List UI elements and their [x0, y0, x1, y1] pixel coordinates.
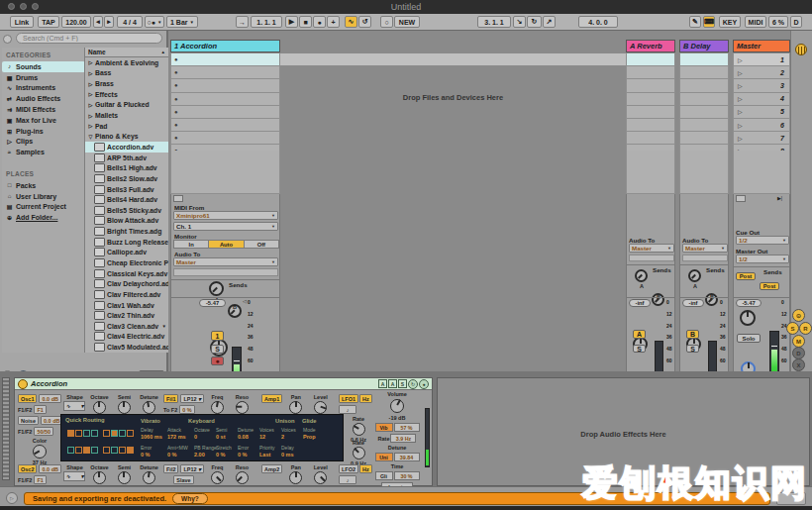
volume-field[interactable]: -5.47 — [199, 299, 226, 307]
level-knob[interactable] — [314, 471, 327, 484]
nudge-down-button[interactable]: ◂ — [93, 16, 103, 28]
computer-midi-keyboard-button[interactable]: ⌨ — [703, 16, 715, 28]
browser-list-item[interactable]: Bells2 Slow.adv — [85, 173, 168, 184]
folder-triangle-icon[interactable]: ▷ — [87, 123, 94, 129]
reso-knob[interactable] — [236, 471, 249, 484]
master-out-select[interactable]: 1/2▼ — [736, 255, 789, 263]
clip-slot[interactable] — [679, 119, 729, 132]
folder-triangle-icon[interactable]: ▷ — [87, 91, 94, 97]
time-signature-field[interactable]: 4 / 4 — [117, 16, 143, 28]
volume-field[interactable]: -inf — [629, 299, 651, 307]
octave-knob[interactable] — [93, 401, 106, 414]
track-header-accordion[interactable]: 1 Accordion — [170, 40, 280, 52]
track-activator-button[interactable]: A — [633, 330, 646, 339]
volume-field[interactable]: -inf — [682, 299, 704, 307]
clip-slot[interactable] — [626, 66, 675, 79]
send-a-knob[interactable] — [688, 269, 701, 282]
audio-to-select[interactable]: Master▼ — [682, 244, 728, 253]
device-activator-icon[interactable] — [18, 379, 28, 389]
output-sub-chooser[interactable] — [682, 255, 728, 261]
browser-list-item[interactable]: Clav5 Modulated.adv — [85, 342, 168, 353]
scroll-down-icon[interactable]: ▼ — [162, 324, 166, 329]
display-param[interactable]: Stretch 0 % — [216, 445, 238, 458]
browser-list-item[interactable]: ARP 5th.adv — [85, 153, 168, 163]
sidebar-category-item[interactable]: ♪ Sounds — [2, 61, 85, 72]
device-title-bar[interactable]: Accordion A A S ↻ ● — [15, 378, 432, 390]
send-a-knob[interactable] — [209, 281, 224, 296]
freq-knob[interactable] — [211, 401, 224, 414]
search-input[interactable] — [16, 33, 162, 44]
clip-slot[interactable]: ● — [170, 106, 280, 119]
to-f2-field[interactable]: 0 % — [179, 405, 194, 414]
clip-slot[interactable] — [626, 119, 675, 132]
new-button[interactable]: NEW — [394, 16, 420, 28]
scene-play-icon[interactable]: ▷ — [738, 56, 743, 63]
folder-triangle-icon[interactable]: ▷ — [87, 102, 94, 108]
track-activator-button[interactable]: B — [686, 330, 699, 339]
display-param[interactable]: Error 0 % — [141, 445, 167, 458]
clip-slot[interactable]: ● — [170, 132, 280, 145]
browser-list-item[interactable]: Bells5 Sticky.adv — [85, 205, 168, 216]
browser-list-item[interactable]: Clav4 Electric.adv — [85, 332, 168, 343]
mixer-section-toggle[interactable]: R — [799, 322, 812, 335]
browser-list-item[interactable]: ▷ Pad — [85, 121, 168, 132]
metronome-button[interactable]: ○●▼ — [145, 16, 164, 28]
lfo1-hz-button[interactable]: Hz — [359, 394, 372, 403]
browser-list-item[interactable]: ▷ Guitar & Plucked — [85, 100, 168, 111]
record-button[interactable]: ● — [313, 16, 326, 28]
name-column-header[interactable]: Name ▲ — [85, 48, 168, 57]
nudge-up-button[interactable]: ▸ — [104, 16, 114, 28]
reso-knob[interactable] — [236, 401, 249, 414]
clip-slot[interactable]: ● — [170, 66, 280, 79]
fil1-type-select[interactable]: LP12 ▾ — [180, 394, 203, 403]
detune-knob[interactable] — [143, 471, 155, 484]
sidebar-category-item[interactable]: ⊞ Plug-ins — [2, 126, 85, 137]
scene-row[interactable]: ▷ 4 — [733, 93, 790, 106]
monitor-auto-button[interactable]: Auto — [208, 240, 244, 249]
osc2-toggle[interactable]: Osc2 — [18, 464, 37, 473]
loop-button[interactable]: ↻ — [527, 16, 542, 28]
sidebar-category-item[interactable]: ∿ Instruments — [2, 83, 85, 94]
scene-row[interactable]: ▷ 1 — [733, 53, 790, 66]
link-button[interactable]: Link — [10, 16, 34, 28]
browser-list-item[interactable]: ▷ Ambient & Evolving — [85, 57, 168, 68]
stop-all-clips-area[interactable] — [736, 195, 746, 202]
clip-slot[interactable]: ● — [170, 93, 280, 106]
clip-slot[interactable] — [626, 106, 675, 119]
display-param[interactable]: PB Range 2.00 — [194, 445, 216, 458]
detune-knob[interactable] — [143, 401, 155, 414]
shape-select[interactable]: ∿▾ — [63, 471, 85, 481]
semi-knob[interactable] — [118, 401, 131, 414]
vibrato-rate-field[interactable]: 3.9 Hz — [390, 434, 416, 443]
clip-stop-icon[interactable]: ● — [174, 56, 178, 62]
browser-list-item[interactable]: Classical Keys.adv — [85, 268, 168, 279]
clip-stop-icon[interactable]: ● — [174, 82, 178, 88]
output-sub-chooser[interactable] — [173, 268, 278, 276]
clip-slot[interactable] — [626, 132, 675, 145]
scene-play-icon[interactable]: ▷ — [738, 69, 743, 76]
why-button[interactable]: Why? — [172, 493, 208, 504]
browser-list-item[interactable]: Clav3 Clean.adv — [85, 321, 168, 332]
sidebar-category-item[interactable]: ≈ Samples — [2, 147, 85, 157]
display-param[interactable]: Delay 0 ms — [281, 445, 303, 458]
save-preset-icon[interactable]: ● — [419, 379, 429, 389]
solo-button[interactable]: S — [686, 345, 699, 353]
pan-knob[interactable] — [289, 401, 302, 414]
browser-list-item[interactable]: Clav1 Wah.adv — [85, 300, 168, 311]
tempo-field[interactable]: 120.00 — [61, 16, 91, 28]
scene-play-icon[interactable]: ▷ — [738, 95, 743, 102]
folder-triangle-icon[interactable]: ▽ — [87, 134, 94, 140]
browser-list-item[interactable]: Accordion.adv — [85, 142, 168, 153]
quick-routing-option[interactable] — [67, 426, 101, 441]
display-param[interactable]: Semi 0 st — [216, 427, 238, 440]
sidebar-category-item[interactable]: ⇄ Audio Effects — [2, 93, 85, 104]
browser-list-item[interactable]: Calliope.adv — [85, 248, 168, 258]
loop-start-field[interactable]: 3. 1. 1 — [477, 16, 511, 28]
automation-arm-button[interactable]: ∿ — [345, 16, 357, 28]
browser-list-item[interactable]: Bright Times.adg — [85, 226, 168, 237]
color-knob[interactable] — [33, 445, 47, 459]
lfo2-sync-button[interactable]: ♪ — [339, 475, 356, 484]
audio-to-select[interactable]: Master▼ — [629, 244, 674, 253]
clip-slot[interactable] — [626, 93, 675, 106]
glide-time-field[interactable]: 30 % — [394, 471, 420, 480]
